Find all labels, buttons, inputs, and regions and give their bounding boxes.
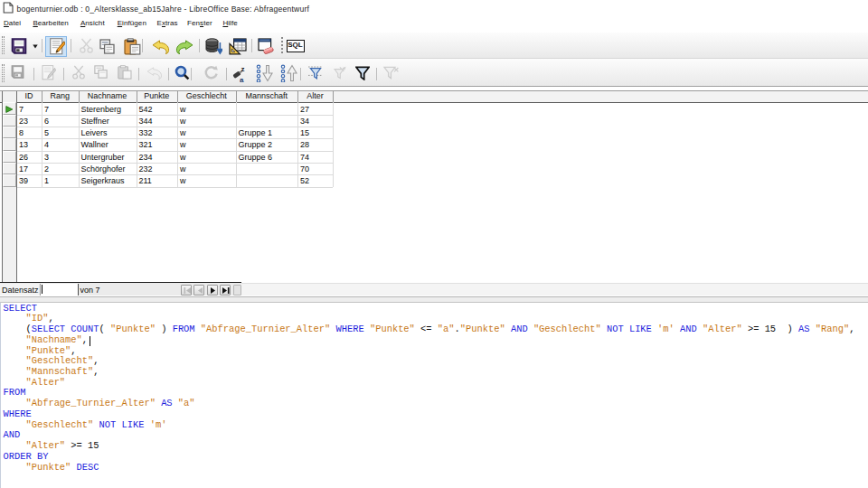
svg-text:a: a	[240, 76, 244, 83]
